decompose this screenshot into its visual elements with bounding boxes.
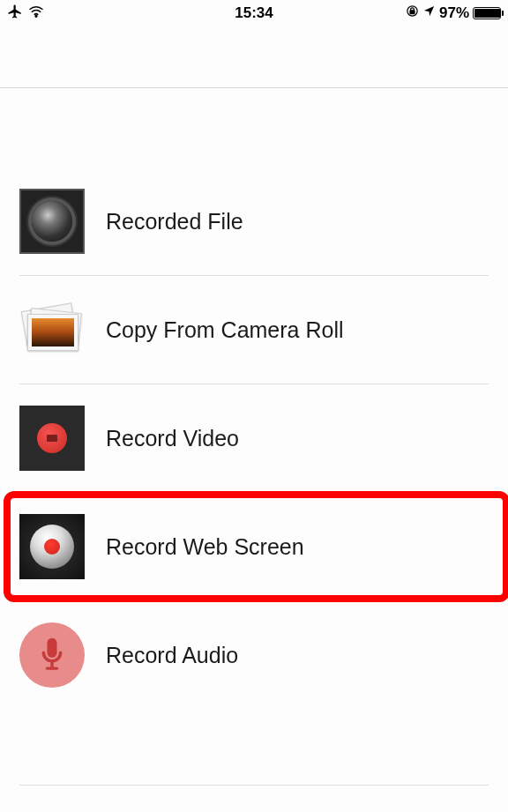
location-icon	[422, 4, 436, 22]
airplane-mode-icon	[7, 4, 23, 24]
battery-percent: 97%	[439, 4, 469, 22]
video-record-icon	[19, 406, 85, 471]
menu-label: Record Web Screen	[106, 534, 304, 560]
content-spacer	[0, 88, 508, 168]
bottom-divider	[19, 785, 489, 786]
menu-item-record-video[interactable]: Record Video	[19, 384, 489, 493]
svg-point-0	[35, 15, 37, 17]
menu-item-record-audio[interactable]: Record Audio	[19, 601, 489, 709]
menu-label: Copy From Camera Roll	[106, 317, 344, 343]
svg-rect-2	[410, 11, 415, 14]
status-left	[7, 4, 44, 24]
orientation-lock-icon	[406, 4, 419, 22]
photo-stack-icon	[19, 297, 85, 362]
camera-lens-icon	[19, 189, 85, 254]
status-time: 15:34	[235, 4, 273, 22]
menu-list: Recorded File Copy From Camera Roll Reco…	[0, 168, 508, 709]
battery-icon	[473, 7, 501, 19]
screen-record-icon	[19, 514, 85, 579]
menu-label: Recorded File	[106, 209, 243, 235]
nav-header	[0, 26, 508, 88]
menu-label: Record Audio	[106, 643, 238, 668]
wifi-icon	[28, 4, 44, 22]
svg-rect-3	[48, 638, 57, 658]
microphone-icon	[19, 622, 85, 688]
menu-item-record-web-screen[interactable]: Record Web Screen	[19, 493, 489, 601]
status-right: 97%	[406, 4, 501, 22]
menu-item-recorded-file[interactable]: Recorded File	[19, 168, 489, 276]
menu-label: Record Video	[106, 426, 239, 451]
menu-item-copy-camera-roll[interactable]: Copy From Camera Roll	[19, 276, 489, 384]
status-bar: 15:34 97%	[0, 0, 508, 26]
